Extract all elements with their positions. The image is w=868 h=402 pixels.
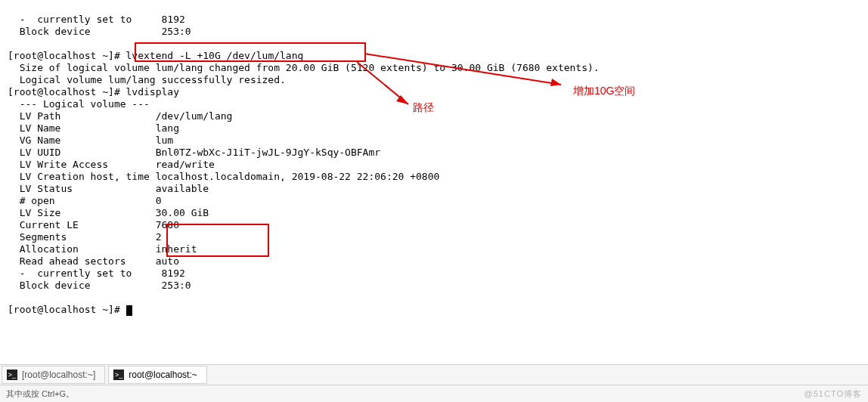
prompt: [root@localhost ~]# (8, 86, 126, 97)
line: - currently set to 8192 (8, 14, 185, 25)
line: LV Path /dev/lum/lang (8, 110, 232, 122)
taskbar-tab-active[interactable]: >_ root@localhost:~ (108, 366, 207, 384)
terminal-output[interactable]: - currently set to 8192 Block device 253… (0, 0, 868, 365)
line: LV Status available (8, 183, 209, 194)
line: --- Logical volume --- (8, 98, 150, 110)
cursor (126, 305, 132, 316)
status-hint: 其中或按 Ctrl+G。 (6, 388, 74, 400)
line: Current LE 7680 (8, 219, 179, 230)
line: LV Size 30.00 GiB (8, 207, 209, 218)
line: - currently set to 8192 (8, 267, 185, 279)
taskbar-tab-inactive[interactable]: >_ [root@localhost:~] (2, 366, 105, 384)
line: LV Creation host, time localhost.localdo… (8, 171, 439, 182)
line: LV Write Access read/write (8, 159, 215, 170)
taskbar: >_ [root@localhost:~] >_ root@localhost:… (0, 364, 868, 385)
prompt: [root@localhost ~]# (8, 304, 126, 315)
line: Allocation inherit (8, 243, 197, 255)
command: lvextend -L +10G /dev/lum/lang (126, 50, 304, 61)
line: VG Name lum (8, 135, 173, 146)
prompt: [root@localhost ~]# (8, 50, 126, 61)
line: Read ahead sectors auto (8, 255, 179, 267)
command: lvdisplay (126, 86, 179, 97)
line: Block device 253:0 (8, 280, 191, 291)
tab-label: [root@localhost:~] (22, 369, 95, 381)
line: # open 0 (8, 195, 162, 206)
terminal-icon: >_ (7, 370, 17, 380)
tab-label: root@localhost:~ (129, 369, 197, 381)
line: Segments 2 (8, 231, 162, 243)
line: LV Name lang (8, 122, 179, 134)
terminal-icon: >_ (113, 370, 124, 380)
watermark: @51CTO博客 (804, 388, 862, 400)
line: LV UUID Bnl0TZ-wbXc-J1iT-jwJL-9JgY-kSqy-… (8, 147, 380, 158)
line: Size of logical volume lum/lang changed … (8, 62, 600, 73)
line: Block device 253:0 (8, 26, 191, 37)
line: Logical volume lum/lang successfully res… (8, 74, 286, 85)
status-bar: 其中或按 Ctrl+G。 @51CTO博客 (0, 385, 868, 402)
